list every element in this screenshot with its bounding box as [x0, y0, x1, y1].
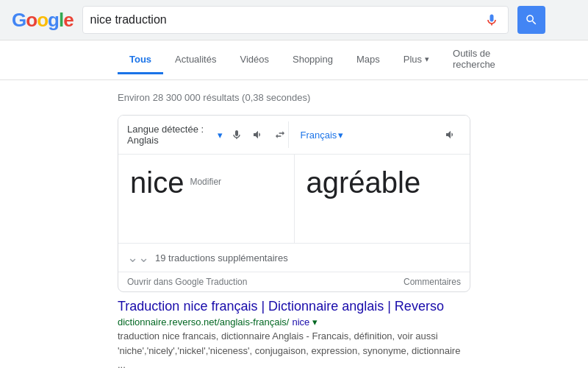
result-url-arrow[interactable]: ▾ [312, 316, 318, 328]
translation-body: nice Modifier agréable [118, 155, 470, 243]
microphone-icon[interactable] [483, 11, 501, 29]
more-translations-button[interactable]: ⌄⌄ 19 traductions supplémentaires [127, 250, 288, 266]
translation-footer: ⌄⌄ 19 traductions supplémentaires [118, 243, 470, 272]
result-snippet: traduction nice francais, dictionnaire A… [118, 329, 470, 368]
source-text-area: nice Modifier [118, 155, 295, 243]
target-speaker-icon[interactable] [440, 124, 461, 145]
source-lang-arrow: ▾ [218, 130, 223, 141]
nav-tabs: Tous Actualités Vidéos Shopping Maps Plu… [0, 40, 588, 80]
tab-tous[interactable]: Tous [118, 46, 163, 74]
tab-outils[interactable]: Outils de recherche [441, 40, 507, 79]
logo-g2: g [48, 9, 59, 32]
search-bar [82, 6, 509, 34]
search-result-1: Traduction nice français | Dictionnaire … [118, 298, 470, 368]
source-lang-dropdown[interactable]: ▾ [218, 130, 223, 141]
source-lang-section: Langue détectée : Anglais ▾ [127, 124, 288, 146]
chevron-down-icon: ⌄⌄ [127, 250, 149, 266]
search-input[interactable] [90, 13, 477, 26]
logo-o1: o [26, 9, 37, 32]
more-translations-label: 19 traductions supplémentaires [155, 252, 288, 263]
source-speaker-icon[interactable] [250, 124, 266, 145]
translation-footer-links: Ouvrir dans Google Traduction Commentair… [118, 272, 470, 291]
tab-plus[interactable]: Plus ▾ [392, 46, 441, 74]
open-translate-link[interactable]: Ouvrir dans Google Traduction [127, 277, 247, 287]
result-url: dictionnaire.reverso.net/anglais-françai… [118, 316, 470, 328]
tab-shopping[interactable]: Shopping [281, 46, 345, 74]
modify-link[interactable]: Modifier [190, 177, 221, 187]
tab-videos[interactable]: Vidéos [228, 46, 281, 74]
target-text-area: agréable [295, 155, 470, 243]
swap-icon[interactable] [272, 124, 288, 145]
comments-link[interactable]: Commentaires [404, 277, 461, 287]
target-lang-dropdown[interactable]: Français ▾ [301, 130, 344, 141]
target-lang-section: Français ▾ [289, 124, 462, 145]
translation-box: Langue détectée : Anglais ▾ [118, 115, 470, 292]
result-title-link[interactable]: Traduction nice français | Dictionnaire … [118, 299, 444, 314]
header: G o o g l e [0, 0, 588, 40]
target-lang-arrow: ▾ [338, 130, 343, 141]
tab-maps[interactable]: Maps [345, 46, 392, 74]
main-content: Environ 28 300 000 résultats (0,38 secon… [0, 80, 588, 368]
target-word: agréable [306, 166, 421, 199]
source-mic-icon[interactable] [229, 124, 245, 145]
logo-g: G [12, 9, 26, 32]
source-word: nice [130, 166, 184, 199]
source-lang-label: Langue détectée : Anglais [127, 124, 212, 146]
search-button[interactable] [517, 6, 545, 34]
logo-e: e [63, 9, 73, 32]
results-count: Environ 28 300 000 résultats (0,38 secon… [118, 86, 470, 109]
logo-o2: o [37, 9, 48, 32]
tab-actualites[interactable]: Actualités [163, 46, 228, 74]
google-logo: G o o g l e [12, 9, 74, 32]
plus-arrow-icon: ▾ [425, 54, 429, 64]
translation-header: Langue détectée : Anglais ▾ [118, 116, 470, 155]
